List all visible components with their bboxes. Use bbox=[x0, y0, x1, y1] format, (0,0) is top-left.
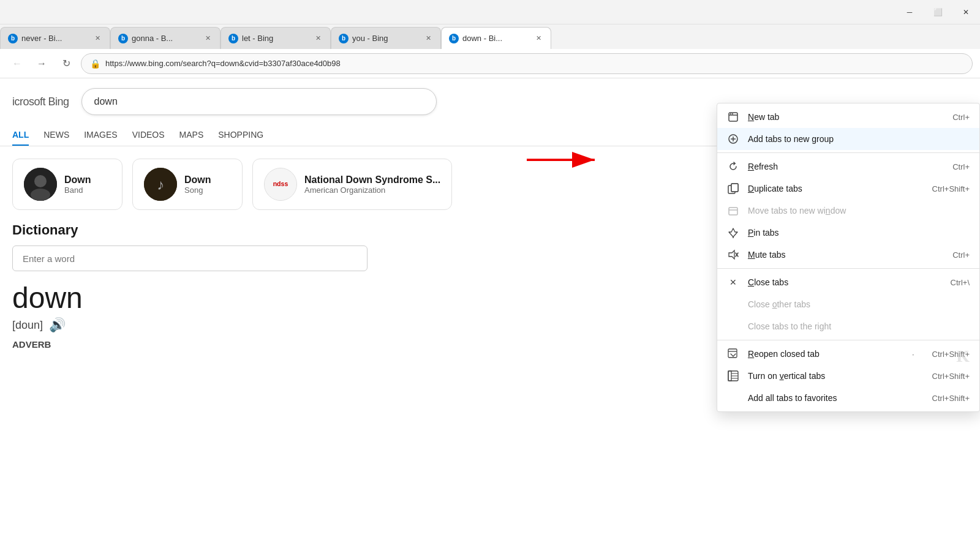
menu-item-add-favorites[interactable]: Add all tabs to favorites Ctrl+Shift+ bbox=[717, 387, 979, 409]
phonetic-text: [doun] bbox=[12, 319, 43, 332]
move-window-icon bbox=[727, 204, 739, 217]
menu-item-close-right: Close tabs to the right bbox=[717, 315, 979, 337]
menu-shortcut-mute: Ctrl+ bbox=[952, 250, 970, 260]
entity-card-song[interactable]: ♪ Down Song bbox=[132, 159, 243, 210]
tab-label: let - Bing bbox=[242, 34, 273, 43]
menu-label-duplicate: Duplicate tabs bbox=[748, 184, 924, 193]
context-menu: New tab Ctrl+ Add tabs to new group bbox=[717, 103, 980, 412]
menu-item-new-tab[interactable]: New tab Ctrl+ bbox=[717, 106, 979, 128]
svg-point-12 bbox=[732, 113, 733, 114]
svg-marker-23 bbox=[729, 250, 734, 259]
svg-rect-18 bbox=[731, 184, 738, 192]
tab-all[interactable]: ALL bbox=[12, 125, 29, 146]
tab-shopping[interactable]: SHOPPING bbox=[218, 125, 263, 146]
entity-card-ndss[interactable]: ndss National Down Syndrome S... America… bbox=[252, 159, 452, 210]
menu-label-move-window: Move tabs to new window bbox=[748, 206, 961, 216]
menu-label-close: Close tabs bbox=[748, 277, 942, 287]
menu-shortcut-refresh: Ctrl+ bbox=[952, 162, 970, 171]
menu-shortcut-vertical-tabs: Ctrl+Shift+ bbox=[932, 372, 970, 381]
menu-item-mute[interactable]: Mute tabs Ctrl+ bbox=[717, 244, 979, 266]
close-right-icon bbox=[727, 320, 739, 332]
refresh-button[interactable]: ↻ bbox=[56, 54, 76, 73]
tab-favicon: b bbox=[339, 34, 349, 43]
menu-label-new-tab: New tab bbox=[748, 112, 944, 122]
entity-type-song: Song bbox=[184, 186, 211, 195]
entity-img-band bbox=[24, 168, 57, 201]
svg-text:♪: ♪ bbox=[157, 176, 164, 193]
address-bar[interactable]: 🔒 https://www.bing.com/search?q=down&cvi… bbox=[81, 53, 973, 74]
bing-logo: icrosoft Bing bbox=[12, 96, 69, 108]
menu-item-pin[interactable]: Pin tabs bbox=[717, 222, 979, 244]
menu-shortcut-duplicate: Ctrl+Shift+ bbox=[932, 184, 970, 193]
tab-images[interactable]: IMAGES bbox=[84, 125, 117, 146]
tab-favicon: b bbox=[8, 34, 18, 43]
entity-img-song: ♪ bbox=[144, 168, 177, 201]
tab-close-button[interactable]: ✕ bbox=[313, 34, 323, 43]
tab-close-button[interactable]: ✕ bbox=[203, 34, 213, 43]
menu-item-reopen[interactable]: Reopen closed tab · Ctrl+Shift+ K bbox=[717, 343, 979, 365]
tab-you[interactable]: b you - Bing ✕ bbox=[331, 27, 441, 49]
menu-item-vertical-tabs[interactable]: Turn on vertical tabs Ctrl+Shift+ bbox=[717, 365, 979, 387]
vertical-tabs-icon bbox=[727, 370, 739, 382]
tab-favicon: b bbox=[449, 34, 459, 43]
duplicate-icon bbox=[727, 182, 739, 195]
menu-shortcut-new-tab: Ctrl+ bbox=[952, 113, 970, 122]
lock-icon: 🔒 bbox=[90, 59, 100, 69]
search-query: down bbox=[94, 96, 118, 107]
entity-info-ndss: National Down Syndrome S... American Org… bbox=[304, 174, 440, 195]
entity-type-band: Band bbox=[64, 186, 91, 195]
menu-label-close-other: Close other tabs bbox=[748, 299, 961, 309]
entity-info-song: Down Song bbox=[184, 174, 211, 195]
tab-label: gonna - B... bbox=[132, 34, 173, 43]
tab-label: you - Bing bbox=[352, 34, 388, 43]
menu-item-close-other: Close other tabs bbox=[717, 293, 979, 315]
reopen-icon bbox=[727, 348, 739, 360]
menu-shortcut-add-favorites: Ctrl+Shift+ bbox=[932, 394, 970, 403]
menu-item-refresh[interactable]: Refresh Ctrl+ bbox=[717, 156, 979, 178]
tab-news[interactable]: NEWS bbox=[43, 125, 69, 146]
svg-point-11 bbox=[730, 113, 731, 114]
menu-label-mute: Mute tabs bbox=[748, 250, 944, 260]
tab-videos[interactable]: VIDEOS bbox=[132, 125, 165, 146]
tab-close-button[interactable]: ✕ bbox=[92, 34, 102, 43]
tabs-bar: b never - Bi... ✕ b gonna - B... ✕ b let… bbox=[0, 24, 980, 49]
tab-maps[interactable]: MAPS bbox=[179, 125, 204, 146]
svg-point-2 bbox=[31, 189, 50, 201]
tab-gonna[interactable]: b gonna - B... ✕ bbox=[110, 27, 221, 49]
tab-close-button[interactable]: ✕ bbox=[423, 34, 433, 43]
menu-divider-1 bbox=[717, 152, 979, 153]
title-bar: ─ ⬜ ✕ bbox=[0, 0, 980, 24]
menu-label-pin: Pin tabs bbox=[748, 228, 961, 238]
menu-item-add-tabs-group[interactable]: Add tabs to new group bbox=[717, 128, 979, 150]
tab-never[interactable]: b never - Bi... ✕ bbox=[0, 27, 110, 49]
svg-text:ndss: ndss bbox=[273, 180, 288, 187]
pin-icon bbox=[727, 227, 739, 239]
bing-search-box[interactable]: down bbox=[81, 88, 437, 115]
entity-card-band[interactable]: Down Band bbox=[12, 159, 123, 210]
add-favorites-icon bbox=[727, 392, 739, 404]
menu-divider-2 bbox=[717, 268, 979, 269]
dictionary-input[interactable] bbox=[12, 246, 368, 271]
svg-rect-29 bbox=[728, 371, 731, 381]
menu-label-reopen: Reopen closed tab bbox=[748, 349, 903, 359]
tab-favicon: b bbox=[228, 34, 238, 43]
tab-let[interactable]: b let - Bing ✕ bbox=[221, 27, 331, 49]
add-tabs-group-icon bbox=[727, 133, 739, 145]
svg-point-1 bbox=[34, 175, 47, 187]
minimize-button[interactable]: ─ bbox=[895, 0, 924, 24]
mute-icon bbox=[727, 249, 739, 261]
restore-button[interactable]: ⬜ bbox=[924, 0, 952, 24]
tab-label: down - Bi... bbox=[462, 34, 502, 43]
menu-divider-3 bbox=[717, 340, 979, 340]
menu-label-add-tabs-group: Add tabs to new group bbox=[748, 134, 961, 144]
sound-icon[interactable]: 🔊 bbox=[49, 317, 66, 333]
menu-item-move-window: Move tabs to new window bbox=[717, 200, 979, 222]
tab-down[interactable]: b down - Bi... ✕ bbox=[441, 27, 551, 49]
close-button[interactable]: ✕ bbox=[952, 0, 980, 24]
tab-close-button[interactable]: ✕ bbox=[533, 34, 543, 43]
forward-button[interactable]: → bbox=[32, 54, 51, 73]
menu-item-duplicate[interactable]: Duplicate tabs Ctrl+Shift+ bbox=[717, 178, 979, 200]
menu-item-close[interactable]: ✕ Close tabs Ctrl+\ bbox=[717, 271, 979, 293]
entity-type-ndss: American Organization bbox=[304, 186, 440, 195]
svg-rect-20 bbox=[729, 208, 737, 215]
